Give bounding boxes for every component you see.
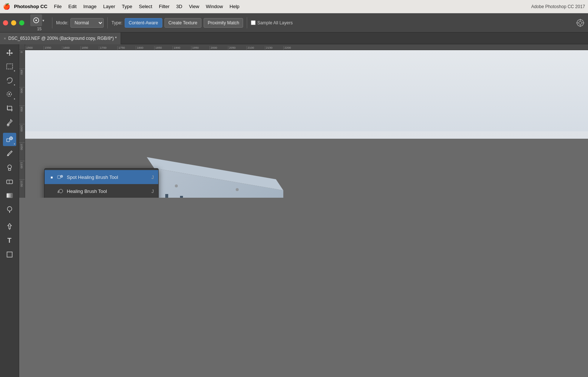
ruler-mark-2150: 2150 [265,46,283,50]
ruler-mark-1650: 1650 [80,46,99,50]
eyedropper-tool[interactable] [3,116,16,129]
spot-healing-icon [56,173,64,181]
menu-layer[interactable]: Layer [100,3,118,10]
window-maximize-button[interactable] [19,20,24,25]
pen-tool[interactable] [3,220,16,233]
text-tool[interactable]: T [3,234,16,247]
gradient-tool[interactable] [3,189,16,202]
context-menu: ■ Spot Healing Brush Tool J [44,168,159,198]
ruler-v-900: 900 [19,87,25,106]
ruler-v-1150: 1150 [19,179,25,198]
marquee-tool[interactable]: ▸ [3,60,16,73]
menu-bar: 🍎 Photoshop CC File Edit Image Layer Typ… [0,0,588,13]
brush-dropdown-chevron[interactable]: ▾ [42,14,48,26]
svg-point-58 [175,184,178,187]
svg-point-1 [35,20,37,21]
svg-rect-9 [7,64,13,69]
svg-point-27 [7,207,12,211]
lasso-tool[interactable]: ▸ [3,74,16,87]
healing-tool-arrow: ▸ [14,142,15,145]
svg-point-59 [236,188,239,191]
ruler-v-1050: 1050 [19,142,25,161]
shape-tool[interactable] [3,248,16,261]
options-toolbar: ▾ 15 Mode: Normal Type: Content-Aware Cr… [0,13,588,32]
context-menu-item-spot-healing[interactable]: ■ Spot Healing Brush Tool J [45,170,158,184]
move-tool[interactable] [3,46,16,59]
ruler-mark-1600: 1600 [62,46,80,50]
sample-all-layers-label[interactable]: Sample All Layers [251,20,293,25]
proximity-match-button[interactable]: Proximity Match [204,18,243,28]
svg-rect-23 [8,169,11,170]
ruler-mark-1700: 1700 [99,46,117,50]
window-minimize-button[interactable] [11,20,16,25]
menu-image[interactable]: Image [80,3,100,10]
ruler-v-950: 950 [19,106,25,124]
brush-preset-group: ▾ 15 [30,14,48,31]
menu-type[interactable]: Type [119,3,135,10]
menu-edit[interactable]: Edit [65,3,79,10]
type-label: Type: [111,20,122,25]
svg-point-69 [59,189,63,193]
healing-brush-label: Healing Brush Tool [67,188,152,194]
spot-healing-label: Spot Healing Brush Tool [67,174,152,180]
crop-tool[interactable] [3,102,16,115]
ruler-v-1100: 1100 [19,161,25,179]
healing-bullet [49,188,54,194]
ruler-top: 1500 1550 1600 1650 1700 1750 1800 1850 … [19,44,588,50]
canvas-area[interactable]: ■ Spot Healing Brush Tool J [25,50,588,198]
sample-all-layers-checkbox[interactable] [251,20,256,25]
window-close-button[interactable] [3,20,8,25]
healing-brush-icon [56,187,64,195]
menu-filter[interactable]: Filter [156,3,173,10]
clone-stamp-tool[interactable] [3,161,16,174]
menu-help[interactable]: Help [226,3,242,10]
context-menu-item-healing-brush[interactable]: Healing Brush Tool J [45,184,158,198]
brush-preset-picker[interactable] [30,14,42,26]
left-toolbar: ▸ ▸ ▸ [0,44,19,377]
dodge-tool[interactable] [3,203,16,216]
ruler-mark-2050: 2050 [228,46,246,50]
ruler-left: 0 850 900 950 1000 1050 1100 1150 [19,50,25,198]
tab-bar: × DSC_6510.NEF @ 200% (Background copy, … [0,32,588,44]
ruler-mark-1800: 1800 [136,46,154,50]
svg-rect-26 [7,193,13,198]
ruler-mark-1850: 1850 [154,46,173,50]
ruler-mark-1500: 1500 [25,46,44,50]
document-tab[interactable]: × DSC_6510.NEF @ 200% (Background copy, … [0,32,121,44]
menu-select[interactable]: Select [136,3,155,10]
quick-select-tool[interactable]: ▸ [3,88,16,101]
ruler-mark-2100: 2100 [246,46,265,50]
target-icon[interactable] [575,18,585,28]
tab-close-button[interactable]: × [4,36,6,41]
healing-brush-tool[interactable]: ▸ [3,133,16,146]
brush-tool[interactable] [3,147,16,160]
content-aware-button[interactable]: Content-Aware [125,18,162,28]
tab-title: DSC_6510.NEF @ 200% (Background copy, RG… [8,36,117,41]
menu-file[interactable]: File [51,3,65,10]
svg-rect-65 [58,176,60,179]
menu-view[interactable]: View [186,3,202,10]
brush-size-value: 15 [37,27,41,31]
svg-rect-24 [7,180,13,184]
svg-point-3 [579,21,582,24]
menu-3d[interactable]: 3D [173,3,186,10]
ruler-numbers-top: 1500 1550 1600 1650 1700 1750 1800 1850 … [25,46,588,50]
ruler-mark-1900: 1900 [173,46,191,50]
create-texture-button[interactable]: Create Texture [165,18,202,28]
svg-marker-8 [6,49,13,56]
ruler-mark-1750: 1750 [117,46,136,50]
svg-point-70 [58,192,59,193]
eraser-tool[interactable] [3,175,16,188]
spot-healing-shortcut: J [152,174,154,180]
healing-brush-shortcut: J [152,188,154,194]
selected-bullet: ■ [49,174,54,180]
ruler-mark-1550: 1550 [44,46,62,50]
ruler-mark-2200: 2200 [283,46,302,50]
svg-rect-42 [165,194,168,198]
menu-window[interactable]: Window [203,3,226,10]
apple-menu[interactable]: 🍎 [3,3,10,10]
mode-dropdown[interactable]: Normal [70,18,104,28]
ruler-mark-2000: 2000 [210,46,228,50]
ruler-v-1000: 1000 [19,124,25,142]
ruler-v-850: 850 [19,69,25,87]
